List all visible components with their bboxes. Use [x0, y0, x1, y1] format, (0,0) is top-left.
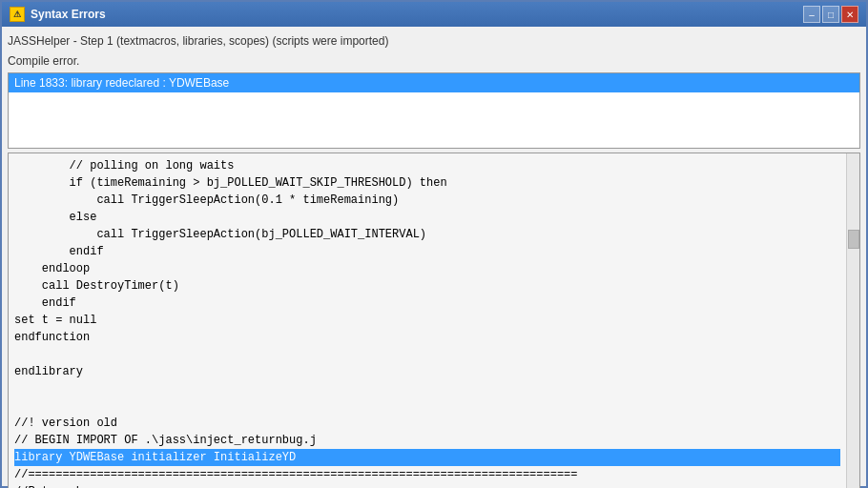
compile-error-label: Compile error. [8, 53, 860, 69]
code-line: // BEGIN IMPORT OF .\jass\inject_returnb… [14, 432, 840, 449]
step-label: JASSHelper - Step 1 (textmacros, librari… [8, 32, 860, 50]
close-button[interactable]: ✕ [841, 6, 858, 23]
code-line: endif [14, 295, 840, 312]
error-list[interactable]: Line 1833: library redeclared : YDWEBase [8, 72, 860, 149]
code-line: call DestroyTimer(t) [14, 277, 840, 295]
code-line: endlibrary [14, 363, 840, 380]
window-icon: ⚠ [10, 7, 25, 22]
code-line: endfunction [14, 329, 840, 346]
main-window: ⚠ Syntax Errors – □ ✕ JASSHelper - Step … [0, 0, 868, 488]
code-main-scroll[interactable]: // polling on long waits if (timeRemaini… [9, 153, 846, 488]
window-title: Syntax Errors [31, 8, 106, 21]
titlebar-left: ⚠ Syntax Errors [10, 7, 106, 22]
code-line: library YDWEBase initializer InitializeY… [14, 449, 840, 466]
code-line: else [14, 209, 840, 226]
code-line: //======================================… [14, 466, 840, 483]
code-line: //! version old [14, 415, 840, 432]
error-item[interactable]: Line 1833: library redeclared : YDWEBase [9, 73, 859, 92]
vertical-scrollbar[interactable] [846, 153, 859, 488]
code-line [14, 346, 840, 363]
code-area: // polling on long waits if (timeRemaini… [8, 152, 860, 488]
code-line: endif [14, 243, 840, 260]
code-content: // polling on long waits if (timeRemaini… [9, 153, 846, 488]
scrollbar-thumb-v[interactable] [848, 230, 859, 249]
content-area: JASSHelper - Step 1 (textmacros, librari… [2, 27, 866, 488]
maximize-button[interactable]: □ [822, 6, 839, 23]
code-line: //Return bug [14, 483, 840, 488]
minimize-button[interactable]: – [803, 6, 820, 23]
code-line [14, 397, 840, 415]
code-line: // polling on long waits [14, 157, 840, 174]
code-line [14, 380, 840, 397]
code-line: set t = null [14, 312, 840, 329]
titlebar-controls: – □ ✕ [803, 6, 858, 23]
code-line: if (timeRemaining > bj_POLLED_WAIT_SKIP_… [14, 174, 840, 192]
code-scroll-container: // polling on long waits if (timeRemaini… [9, 153, 859, 488]
titlebar: ⚠ Syntax Errors – □ ✕ [2, 2, 866, 27]
code-line: endloop [14, 260, 840, 277]
code-line: call TriggerSleepAction(bj_POLLED_WAIT_I… [14, 226, 840, 243]
code-line: call TriggerSleepAction(0.1 * timeRemain… [14, 192, 840, 209]
